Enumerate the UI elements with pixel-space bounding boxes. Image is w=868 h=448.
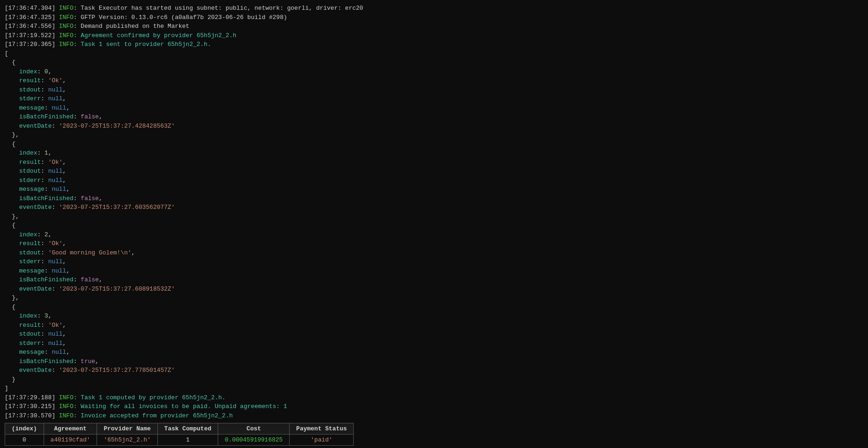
json-obj4-message: message: null,	[5, 348, 863, 357]
table-row: 0 a40119cfad' '65h5jn2_2.h' 1 0.00045919…	[5, 435, 354, 446]
json-obj2-batch: isBatchFinished: false,	[5, 194, 863, 203]
cell-agreement: a40119cfad'	[44, 435, 97, 446]
json-obj3-date: eventDate: '2023-07-25T15:37:27.60891853…	[5, 285, 863, 294]
json-obj2-index: index: 1,	[5, 149, 863, 158]
col-header-agreement: Agreement	[44, 423, 97, 435]
post-log-2: [17:37:30.215] INFO: Waiting for all inv…	[5, 402, 863, 411]
col-header-index: (index)	[5, 423, 44, 435]
post-log-3: [17:37:30.570] INFO: Invoice accepted fr…	[5, 411, 863, 421]
json-obj2-stdout: stdout: null,	[5, 167, 863, 176]
json-obj3-stderr: stderr: null,	[5, 257, 863, 266]
json-open-bracket: [	[5, 49, 863, 58]
json-obj1-stderr: stderr: null,	[5, 94, 863, 104]
json-obj4-result: result: 'Ok',	[5, 321, 863, 330]
json-obj2-close: },	[5, 212, 863, 221]
json-obj1-message: message: null,	[5, 104, 863, 113]
json-obj4-date: eventDate: '2023-07-25T15:37:27.77850145…	[5, 366, 863, 375]
json-obj4-open: {	[5, 303, 863, 312]
results-table: (index) Agreement Provider Name Task Com…	[5, 423, 354, 446]
json-obj2-stderr: stderr: null,	[5, 176, 863, 185]
json-obj3-stdout: stdout: 'Good morning Golem!\n',	[5, 248, 863, 258]
json-obj4-batch: isBatchFinished: true,	[5, 357, 863, 366]
terminal-container: [17:36:47.304] INFO: Task Executor has s…	[5, 4, 863, 448]
json-obj1-close: },	[5, 130, 863, 140]
log-line-1: [17:36:47.304] INFO: Task Executor has s…	[5, 4, 863, 13]
log-line-2: [17:36:47.325] INFO: GFTP Version: 0.13.…	[5, 13, 863, 22]
json-obj4-stdout: stdout: null,	[5, 330, 863, 339]
json-obj1-batch: isBatchFinished: false,	[5, 112, 863, 122]
log-line-4: [17:37:19.522] INFO: Agreement confirmed…	[5, 31, 863, 40]
col-header-provider: Provider Name	[97, 423, 157, 435]
json-obj1-open: {	[5, 58, 863, 67]
json-obj3-message: message: null,	[5, 266, 863, 276]
table-wrapper: (index) Agreement Provider Name Task Com…	[5, 423, 863, 446]
json-obj3-open: {	[5, 221, 863, 230]
cell-cost: 0.00045919916825	[218, 435, 290, 446]
json-obj1-result: result: 'Ok',	[5, 76, 863, 85]
table-header-row: (index) Agreement Provider Name Task Com…	[5, 423, 354, 435]
json-obj2-open: {	[5, 140, 863, 149]
cell-task: 1	[157, 435, 218, 446]
col-header-cost: Cost	[218, 423, 290, 435]
json-obj4-index: index: 3,	[5, 312, 863, 321]
json-obj1-index: index: 0,	[5, 67, 863, 77]
col-header-task: Task Computed	[157, 423, 218, 435]
json-obj3-index: index: 2,	[5, 230, 863, 240]
cell-provider: '65h5jn2_2.h'	[97, 435, 157, 446]
json-obj2-date: eventDate: '2023-07-25T15:37:27.60356207…	[5, 203, 863, 212]
json-obj3-result: result: 'Ok',	[5, 239, 863, 248]
json-obj2-message: message: null,	[5, 185, 863, 194]
cell-payment: 'paid'	[290, 435, 354, 446]
json-close-bracket: ]	[5, 384, 863, 393]
json-obj4-close: }	[5, 375, 863, 384]
col-header-payment: Payment Status	[290, 423, 354, 435]
json-obj1-stdout: stdout: null,	[5, 85, 863, 95]
json-obj3-batch: isBatchFinished: false,	[5, 275, 863, 285]
cell-index: 0	[5, 435, 44, 446]
log-line-5: [17:37:20.365] INFO: Task 1 sent to prov…	[5, 40, 863, 49]
json-obj2-result: result: 'Ok',	[5, 158, 863, 167]
json-obj1-date: eventDate: '2023-07-25T15:37:27.42842856…	[5, 122, 863, 131]
json-obj4-stderr: stderr: null,	[5, 339, 863, 348]
log-line-3: [17:36:47.556] INFO: Demand published on…	[5, 22, 863, 31]
json-obj3-close: },	[5, 293, 863, 303]
post-log-1: [17:37:29.188] INFO: Task 1 computed by …	[5, 393, 863, 403]
